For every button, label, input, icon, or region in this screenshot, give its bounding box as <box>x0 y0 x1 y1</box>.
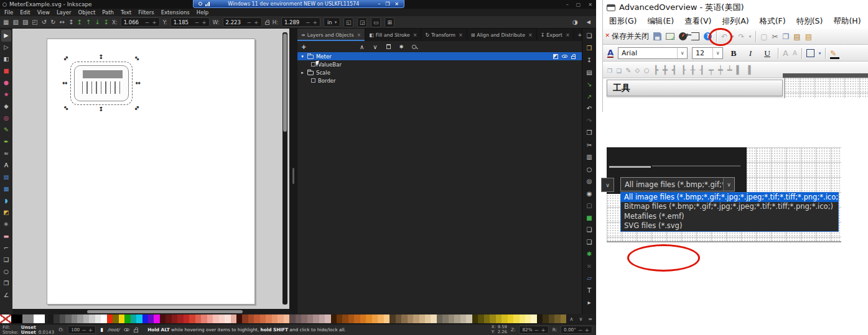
command-icon[interactable]: ◎ <box>587 176 592 188</box>
palette-swatch[interactable] <box>543 314 548 323</box>
expand-closed-icon[interactable]: ▸ <box>300 70 305 75</box>
command-icon[interactable]: ❒ <box>587 43 592 55</box>
toolbox-tool-icon[interactable]: ◧ <box>1 53 11 65</box>
visibility-eye-icon[interactable] <box>562 55 567 58</box>
command-icon[interactable]: ■ <box>586 213 592 225</box>
italic-button[interactable]: I <box>744 48 757 58</box>
palette-swatch[interactable] <box>195 314 201 323</box>
decrement-icon[interactable]: − <box>534 327 539 333</box>
command-icon[interactable]: ○ <box>587 164 592 177</box>
layer-row-meter[interactable]: ▾ Meter <box>297 52 582 60</box>
inkscape-menu-item[interactable]: Filters <box>138 9 154 16</box>
palette-swatch[interactable] <box>65 314 71 323</box>
border-color-icon[interactable] <box>806 49 814 57</box>
vertical-scrollbar[interactable] <box>282 32 287 305</box>
palette-swatch[interactable] <box>390 314 395 323</box>
arrange-tool-icon[interactable]: ❐ <box>607 65 612 75</box>
palette-swatch[interactable] <box>337 314 342 323</box>
palette-swatch[interactable] <box>449 314 454 323</box>
palette-swatch[interactable] <box>83 314 89 323</box>
palette-swatch[interactable] <box>136 314 142 323</box>
file-type-option[interactable]: Bitmap files (*.bmp;*.gif;*.jpg;*.jpeg;*… <box>621 202 838 211</box>
palette-swatch[interactable] <box>201 314 207 323</box>
palette-swatch[interactable] <box>307 314 313 323</box>
palette-swatch[interactable] <box>319 314 325 323</box>
move-up-icon[interactable]: ∧ <box>360 44 364 50</box>
palette-swatch[interactable] <box>260 314 266 323</box>
transform-toggle-button[interactable]: ⊞ <box>385 17 394 27</box>
arrange-tool-icon[interactable]: ○ <box>644 65 649 75</box>
palette-swatch[interactable] <box>496 314 502 323</box>
command-icon[interactable]: ↶ <box>587 103 592 116</box>
line-color-pencil-icon[interactable]: ✎ <box>830 49 840 58</box>
toolbox-tool-icon[interactable]: ❐ <box>1 278 11 290</box>
zoom-field[interactable]: 82% − + <box>519 326 548 334</box>
palette-swatch[interactable] <box>513 314 519 323</box>
close-tab-icon[interactable]: × <box>413 32 418 38</box>
minimize-button[interactable]: – <box>566 2 569 7</box>
palette-swatch[interactable] <box>413 314 419 323</box>
palette-swatch[interactable] <box>437 314 442 323</box>
bold-button[interactable]: B <box>727 48 740 58</box>
palette-swatch[interactable] <box>342 314 348 323</box>
gray-swatch[interactable] <box>22 314 34 323</box>
palette-swatch[interactable] <box>225 314 230 323</box>
arrange-tool-icon[interactable]: ◇ <box>635 65 640 75</box>
scale-handle-icon[interactable]: ↕ <box>98 106 103 112</box>
palette-swatch[interactable] <box>325 314 330 323</box>
toolbox-tool-icon[interactable]: ▤ <box>1 172 11 183</box>
move-down-icon[interactable]: ∨ <box>373 44 377 50</box>
blend-mode-icon[interactable] <box>553 54 558 59</box>
command-icon[interactable]: ▱ <box>587 273 592 285</box>
scale-handle-icon[interactable]: ↕ <box>98 54 103 60</box>
palette-swatch[interactable] <box>119 314 124 323</box>
decrement-icon[interactable]: − <box>82 327 86 333</box>
arrange-tool-icon[interactable]: ┿ <box>718 65 723 75</box>
object-row-border[interactable]: Border <box>297 76 582 85</box>
palette-swatch[interactable] <box>172 314 177 323</box>
palette-swatch[interactable] <box>419 314 425 323</box>
toolbox-tool-icon[interactable]: ∠ <box>1 290 11 301</box>
palette-scroll-up-icon[interactable]: ∧ <box>570 316 574 322</box>
increment-icon[interactable]: + <box>584 327 589 333</box>
increment-icon[interactable]: + <box>202 19 207 25</box>
toolbox-tool-icon[interactable]: ○ <box>1 266 11 278</box>
palette-swatch[interactable] <box>242 314 248 323</box>
palette-swatch[interactable] <box>442 314 448 323</box>
image-check-icon[interactable] <box>666 33 674 40</box>
shrink-font-icon[interactable]: A <box>793 50 797 57</box>
palette-swatch[interactable] <box>219 314 225 323</box>
close-tab-icon[interactable]: × <box>528 32 533 38</box>
toolbox-tool-icon[interactable]: ▷ <box>1 42 11 53</box>
palette-swatch[interactable] <box>189 314 195 323</box>
h-field[interactable]: 1.289−+ <box>281 17 320 27</box>
palette-swatch[interactable] <box>166 314 171 323</box>
close-tab-icon[interactable]: × <box>566 32 570 38</box>
decrement-icon[interactable]: − <box>306 19 310 25</box>
palette-swatch[interactable] <box>313 314 319 323</box>
command-icon[interactable]: T <box>587 285 591 298</box>
palette-swatch[interactable] <box>148 314 154 323</box>
palette-swatch[interactable] <box>236 314 242 323</box>
palette-swatch[interactable] <box>372 314 378 323</box>
toolbox-tool-icon[interactable]: ⌐ <box>1 242 11 254</box>
toolbox-tool-icon[interactable]: ◎ <box>1 112 11 124</box>
chevron-down-icon[interactable]: ▾ <box>749 34 752 39</box>
palette-swatch[interactable] <box>284 314 289 323</box>
increment-icon[interactable]: + <box>254 19 259 25</box>
palette-swatch[interactable] <box>401 314 407 323</box>
palette-swatch[interactable] <box>525 314 531 323</box>
command-icon[interactable]: ❏ <box>587 30 592 43</box>
designer-grid-canvas[interactable] <box>784 78 868 98</box>
palette-swatch[interactable] <box>490 314 495 323</box>
palette-swatch[interactable] <box>502 314 507 323</box>
arrange-tool-icon[interactable]: ┠ <box>681 65 686 75</box>
palette-swatch[interactable] <box>207 314 213 323</box>
palette-swatch[interactable] <box>272 314 278 323</box>
command-icon[interactable]: ✕ <box>587 261 592 273</box>
arrange-tool-icon[interactable]: ┯ <box>709 65 714 75</box>
palette-swatch[interactable] <box>48 314 54 323</box>
dock-tab[interactable]: + Object Properties × <box>574 29 582 41</box>
palette-swatch[interactable] <box>472 314 478 323</box>
selector-option-icon[interactable]: ↺ <box>42 18 47 27</box>
